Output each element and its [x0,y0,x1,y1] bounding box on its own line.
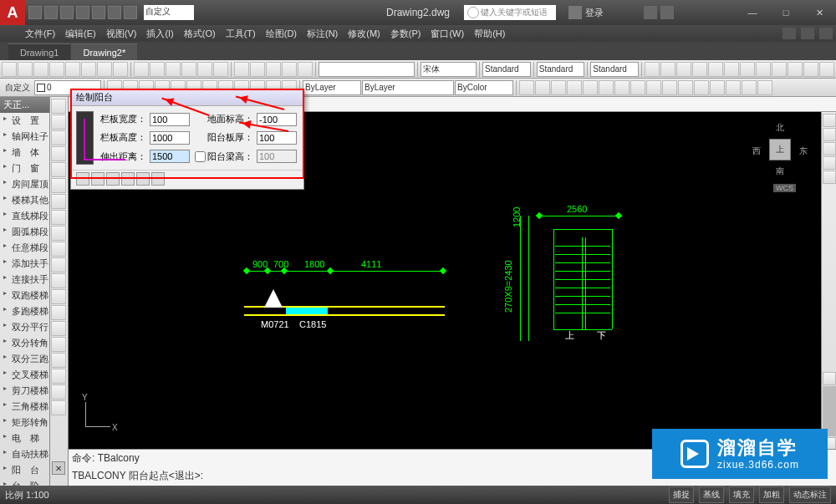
menu-tools[interactable]: 工具(T) [226,28,256,40]
nav-zoom-icon[interactable] [823,142,836,155]
strip-tool-icon[interactable] [51,369,66,384]
menu-edit[interactable]: 编辑(E) [65,28,96,40]
tb-btn[interactable] [113,62,128,77]
tb-btn[interactable] [583,80,598,95]
tb-btn[interactable] [772,62,787,77]
menu-help[interactable]: 帮助(H) [474,28,505,40]
palette-item[interactable]: 交叉楼梯 [0,367,49,383]
maximize-button[interactable]: □ [769,3,803,23]
menu-format[interactable]: 格式(O) [184,28,216,40]
input-rail-height[interactable] [150,131,190,145]
tb-btn[interactable] [266,62,281,77]
tb-btn[interactable] [660,62,675,77]
palette-item[interactable]: 设 置 [0,113,49,129]
palette-item[interactable]: 楼梯其他 [0,192,49,208]
dlg-mode-icon[interactable] [136,172,150,186]
nav-wheel-icon[interactable] [823,114,836,127]
input-extend[interactable] [150,150,190,163]
strip-tool-icon[interactable] [51,273,66,288]
layer-dropdown[interactable] [319,62,415,77]
palette-item[interactable]: 双跑楼梯 [0,288,49,303]
lineweight-dropdown[interactable]: ByColor [455,80,513,95]
strip-tool-icon[interactable] [51,162,66,177]
palette-item[interactable]: 直线梯段 [0,208,49,224]
menu-dim[interactable]: 标注(N) [307,28,338,40]
tb-btn[interactable] [724,62,739,77]
tb-btn[interactable] [18,62,33,77]
palette-item[interactable]: 双分转角 [0,335,49,351]
palette-item[interactable]: 多跑楼梯 [0,303,49,319]
strip-tool-icon[interactable] [51,178,66,193]
palette-item[interactable]: 阳 台 [0,462,49,478]
qat-save-icon[interactable] [60,6,74,19]
palette-item[interactable]: 墙 体 [0,145,49,160]
strip-tool-icon[interactable] [51,289,66,304]
wcs-label[interactable]: WCS [773,184,796,192]
help-search-input[interactable]: 键入关键字或短语 [464,5,556,20]
palette-item[interactable]: 双分平行 [0,319,49,335]
menu-modify[interactable]: 修改(M) [348,28,380,40]
tb-btn[interactable] [710,80,725,95]
tb-btn[interactable] [551,80,566,95]
menu-insert[interactable]: 插入(I) [146,28,173,40]
qat-open-icon[interactable] [44,6,58,19]
strip-tool-icon[interactable] [51,115,66,130]
tb-btn[interactable] [298,62,313,77]
menu-view[interactable]: 视图(V) [106,28,137,40]
child-max-button[interactable] [801,28,814,39]
viewcube-top[interactable]: 上 [769,139,791,160]
tb-btn[interactable] [567,80,582,95]
dlg-mode-icon[interactable] [151,172,165,186]
palette-item[interactable]: 双分三跑 [0,351,49,367]
app-logo-icon[interactable]: A [0,0,25,25]
dlg-mode-icon[interactable] [76,172,89,186]
tb-btn[interactable] [630,80,645,95]
tb-btn[interactable] [2,62,17,77]
menu-draw[interactable]: 绘图(D) [266,28,297,40]
dlg-mode-icon[interactable] [91,172,104,186]
login-button[interactable]: 登录 [568,6,604,19]
font-dropdown[interactable]: 宋体 [421,62,477,77]
tb-btn[interactable] [788,62,803,77]
qat-new-icon[interactable] [28,6,42,19]
tb-btn[interactable] [756,62,771,77]
status-toggle[interactable]: 动态标注 [789,486,831,503]
doc-tab-drawing2[interactable]: Drawing2* [71,43,137,60]
tb-btn[interactable] [708,62,723,77]
dlg-mode-icon[interactable] [121,172,135,186]
tb-btn[interactable] [694,80,709,95]
chk-beam[interactable] [195,151,206,162]
viewcube-north[interactable]: 北 [776,122,784,134]
dialog-title[interactable]: 绘制阳台 [71,89,303,106]
help-icon[interactable] [660,6,674,19]
textstyle-dropdown[interactable]: Standard [482,62,531,77]
tb-btn[interactable] [678,80,693,95]
strip-tool-icon[interactable] [51,146,66,161]
scroll-up-icon[interactable] [823,372,836,385]
close-button[interactable]: ✕ [803,3,836,23]
tb-btn[interactable] [819,62,834,77]
tb-btn[interactable] [197,62,212,77]
palette-item[interactable]: 任意梯段 [0,240,49,256]
nav-pan-icon[interactable] [823,128,836,141]
viewcube-east[interactable]: 东 [799,145,808,157]
tb-btn[interactable] [646,80,661,95]
strip-tool-icon[interactable] [51,384,66,400]
tb-btn[interactable] [662,80,677,95]
child-close-button[interactable] [819,28,833,39]
strip-tool-icon[interactable] [51,194,66,209]
tb-btn[interactable] [692,62,707,77]
tb-btn[interactable] [97,62,112,77]
tb-btn[interactable] [81,62,96,77]
status-toggle[interactable]: 加粗 [759,486,784,503]
qat-dropdown[interactable]: 自定义 [144,5,194,20]
palette-item[interactable]: 轴网柱子 [0,129,49,145]
palette-item[interactable]: 连接扶手 [0,272,49,288]
palette-item[interactable]: 添加扶手 [0,256,49,272]
menu-window[interactable]: 窗口(W) [431,28,464,40]
input-slab-thick[interactable] [257,131,297,145]
dimstyle-dropdown[interactable]: Standard [537,62,585,77]
strip-tool-icon[interactable] [51,99,66,114]
tablestyle-dropdown[interactable]: Standard [590,62,639,77]
minimize-button[interactable]: — [736,3,769,23]
